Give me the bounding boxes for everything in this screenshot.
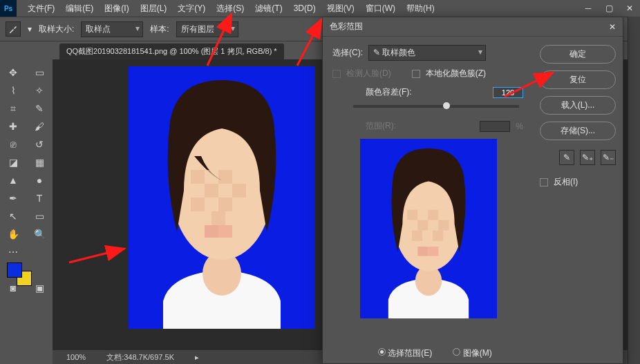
range-input [480, 121, 510, 132]
menu-file[interactable]: 文件(F) [22, 0, 60, 17]
menu-edit[interactable]: 编辑(E) [60, 0, 99, 17]
svg-rect-35 [428, 247, 438, 256]
eyedropper-tool-icon[interactable] [6, 21, 21, 37]
svg-rect-19 [218, 225, 232, 238]
hand-tool-icon[interactable]: ✋ [0, 225, 26, 243]
menu-layer[interactable]: 图层(L) [135, 0, 173, 17]
menu-help[interactable]: 帮助(H) [401, 0, 440, 17]
svg-rect-4 [205, 170, 218, 184]
svg-rect-10 [232, 184, 246, 198]
sample-label: 样本: [150, 23, 169, 35]
menu-3d[interactable]: 3D(D) [288, 1, 321, 16]
svg-rect-14 [232, 198, 246, 211]
foreground-color-swatch[interactable] [7, 262, 22, 278]
svg-rect-17 [225, 211, 239, 225]
pen-tool-icon[interactable]: ✒ [0, 189, 26, 207]
sample-select[interactable]: 所有图层 [176, 21, 238, 37]
menu-select[interactable]: 选择(S) [211, 0, 250, 17]
dodge-tool-icon[interactable]: ● [26, 171, 53, 189]
menu-image[interactable]: 图像(I) [99, 0, 134, 17]
menu-view[interactable]: 视图(V) [321, 0, 360, 17]
zoom-level[interactable]: 100% [66, 353, 86, 361]
right-panel-dock[interactable] [628, 17, 640, 364]
svg-rect-11 [191, 198, 205, 211]
svg-rect-3 [191, 170, 205, 184]
fuzziness-input[interactable] [493, 87, 523, 98]
reset-button[interactable]: 复位 [540, 70, 616, 89]
menu-type[interactable]: 文字(Y) [172, 0, 211, 17]
document-tab[interactable]: QQ截图20190328181541.png @ 100% (图层 1 拷贝, … [59, 44, 284, 59]
invert-label: 反相(I) [554, 176, 578, 188]
magic-wand-tool-icon[interactable]: ✧ [26, 82, 53, 99]
crop-tool-icon[interactable]: ⌗ [0, 99, 26, 117]
blur-tool-icon[interactable]: ▲ [0, 171, 26, 189]
gradient-tool-icon[interactable]: ▦ [26, 153, 53, 171]
dialog-close-button[interactable]: ✕ [609, 22, 616, 32]
select-dropdown[interactable]: ✎ 取样颜色 [368, 45, 486, 61]
fuzziness-slider[interactable] [353, 105, 519, 108]
eyedropper-plus-icon[interactable]: ✎₊ [580, 150, 595, 165]
brush-tool-icon[interactable]: 🖌 [26, 117, 53, 135]
menu-filter[interactable]: 滤镜(T) [250, 0, 288, 17]
svg-rect-9 [218, 184, 232, 198]
window-maximize-button[interactable]: ▢ [599, 0, 619, 17]
sample-size-label: 取样大小: [39, 23, 74, 35]
selection-radio[interactable] [378, 348, 386, 356]
svg-rect-23 [407, 210, 417, 220]
menu-window[interactable]: 窗口(W) [360, 0, 401, 17]
ok-button[interactable]: 确定 [540, 45, 616, 64]
svg-rect-31 [412, 231, 422, 241]
invert-checkbox[interactable] [540, 178, 548, 186]
svg-rect-16 [211, 211, 225, 225]
save-button[interactable]: 存储(S)... [540, 122, 616, 140]
svg-rect-25 [428, 210, 438, 220]
svg-rect-29 [428, 220, 438, 231]
portrait-image [129, 66, 315, 329]
svg-rect-12 [205, 198, 218, 211]
shape-tool-icon[interactable]: ▭ [26, 207, 53, 225]
menu-bar: 文件(F) 编辑(E) 图像(I) 图层(L) 文字(Y) 选择(S) 滤镜(T… [17, 0, 578, 17]
image-radio[interactable] [453, 348, 460, 356]
document-canvas[interactable] [129, 66, 315, 329]
document-info: 文档:348.7K/697.5K [106, 352, 174, 363]
slider-thumb[interactable] [443, 102, 450, 109]
svg-rect-26 [438, 210, 449, 220]
localized-label: 本地化颜色簇(Z) [426, 68, 486, 79]
healing-tool-icon[interactable]: ✚ [0, 117, 26, 135]
svg-rect-32 [422, 231, 433, 241]
eyedropper-minus-icon[interactable]: ✎₋ [601, 150, 616, 165]
svg-rect-27 [407, 220, 417, 231]
color-swatches[interactable] [0, 261, 53, 291]
color-range-dialog: 色彩范围 ✕ 选择(C): ✎ 取样颜色 检测人脸(D) 本地化颜色簇(Z) 颜… [322, 17, 623, 364]
range-label: 范围(R): [366, 120, 396, 132]
window-close-button[interactable]: ✕ [619, 0, 640, 17]
range-unit: % [516, 122, 523, 131]
svg-rect-15 [198, 211, 211, 225]
eraser-tool-icon[interactable]: ◪ [0, 153, 26, 171]
preview-image[interactable] [360, 139, 497, 318]
detect-faces-checkbox[interactable] [332, 70, 341, 78]
dialog-title: 色彩范围 [330, 21, 363, 32]
path-tool-icon[interactable]: ↖ [0, 207, 26, 225]
lasso-tool-icon[interactable]: ⌇ [0, 82, 26, 99]
eyedropper-tool-icon[interactable]: ✎ [26, 99, 53, 117]
edit-toolbar-icon[interactable]: ⋯ [0, 243, 26, 261]
sample-size-select[interactable]: 取样点 [81, 21, 143, 37]
eyedropper-icon[interactable]: ✎ [559, 150, 574, 165]
window-minimize-button[interactable]: ─ [578, 0, 599, 17]
svg-rect-13 [218, 198, 232, 211]
stamp-tool-icon[interactable]: ⎚ [0, 135, 26, 153]
detect-faces-label: 检测人脸(D) [346, 68, 391, 79]
selection-radio-label: 选择范围(E) [388, 348, 432, 358]
load-button[interactable]: 载入(L)... [540, 96, 616, 115]
localized-checkbox[interactable] [412, 70, 420, 78]
type-tool-icon[interactable]: T [26, 189, 53, 207]
svg-rect-8 [205, 184, 218, 198]
zoom-tool-icon[interactable]: 🔍 [26, 225, 53, 243]
history-brush-tool-icon[interactable]: ↺ [26, 135, 53, 153]
svg-rect-18 [205, 225, 218, 238]
svg-rect-24 [417, 210, 428, 220]
marquee-tool-icon[interactable]: ▭ [26, 64, 53, 82]
move-tool-icon[interactable]: ✥ [0, 64, 26, 82]
svg-rect-28 [417, 220, 428, 231]
